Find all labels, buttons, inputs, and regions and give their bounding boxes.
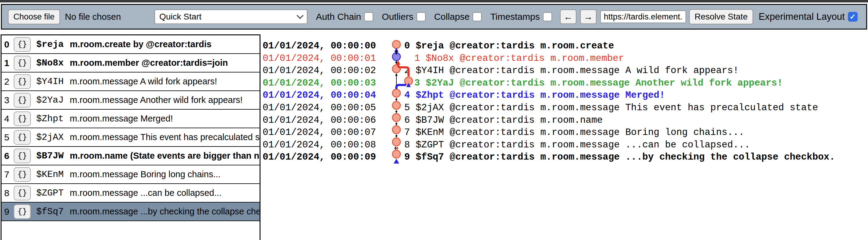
event-timestamp: 01/01/2024, 00:00:07 — [262, 126, 376, 139]
event-summary[interactable]: 5 $2jAX @creator:tardis m.room.message T… — [404, 101, 818, 114]
json-braces-button[interactable]: {} — [14, 149, 31, 163]
outliers-checkbox[interactable] — [416, 12, 426, 21]
json-braces-button[interactable]: {} — [14, 167, 31, 182]
choose-file-button[interactable]: Choose file — [8, 9, 60, 24]
event-list-row[interactable]: 6{}$B7JWm.room.name (State events are bi… — [2, 147, 259, 166]
event-list-row[interactable]: 5{}$2jAXm.room.message This event has pr… — [2, 128, 259, 147]
event-list-row[interactable]: 4{}$Zhptm.room.message Merged! — [2, 110, 259, 128]
event-timestamp: 01/01/2024, 00:00:06 — [262, 114, 376, 126]
event-timestamp: 01/01/2024, 00:00:09 — [262, 151, 376, 163]
event-id: $KEnM — [36, 169, 64, 180]
event-summary[interactable]: 4 $Zhpt @creator:tardis m.room.message M… — [404, 89, 665, 101]
event-id: $B7JW — [36, 151, 64, 161]
event-timestamp: 01/01/2024, 00:00:02 — [262, 64, 376, 77]
event-description: m.room.member @creator:tardis=join — [70, 58, 228, 68]
json-braces-button[interactable]: {} — [14, 204, 31, 219]
file-status-text: No file chosen — [65, 12, 121, 22]
event-list-row[interactable]: 1{}$No8xm.room.member @creator:tardis=jo… — [2, 54, 259, 72]
event-timestamp: 01/01/2024, 00:00:05 — [262, 101, 376, 114]
dag-arrowhead-9-8-red — [396, 147, 399, 149]
dag-edge-4-3-blue — [396, 85, 406, 89]
event-summary[interactable]: 0 $reja @creator:tardis m.room.create — [404, 39, 614, 52]
json-braces-button[interactable]: {} — [14, 186, 31, 201]
event-description: m.room.message ...can be collapsed... — [70, 188, 221, 198]
json-braces-button[interactable]: {} — [14, 37, 31, 52]
collapse-checkbox[interactable] — [472, 12, 482, 21]
event-index: 8 — [2, 188, 12, 198]
event-summary[interactable]: 8 $ZGPT @creator:tardis m.room.message .… — [404, 139, 750, 151]
json-braces-button[interactable]: {} — [14, 93, 31, 108]
event-list-row[interactable]: 8{}$ZGPTm.room.message ...can be collaps… — [2, 184, 259, 203]
dag-start-marker — [394, 159, 399, 163]
event-list-row[interactable]: 9{}$fSq7m.room.message ...by checking th… — [2, 203, 259, 221]
dag-arrowhead-8-7 — [395, 134, 398, 137]
event-index: 2 — [2, 77, 12, 87]
event-id: $2jAX — [36, 132, 64, 143]
outliers-label: Outliers — [382, 11, 413, 22]
event-list-panel: 0{}$rejam.room.create by @creator:tardis… — [1, 34, 260, 240]
event-index: 6 — [2, 151, 12, 161]
dag-node-6[interactable] — [393, 114, 400, 122]
dag-arrowhead-5-4 — [395, 98, 398, 100]
event-index: 1 — [2, 58, 12, 68]
event-description: m.room.message Boring long chains... — [70, 169, 221, 179]
event-list-row[interactable]: 3{}$2YaJm.room.message Another wild fork… — [2, 91, 259, 110]
event-timestamp: 01/01/2024, 00:00:00 — [262, 39, 376, 52]
timestamps-checkbox[interactable] — [543, 12, 552, 21]
event-timestamp: 01/01/2024, 00:00:01 — [262, 52, 376, 65]
auth-chain-label: Auth Chain — [316, 11, 361, 22]
event-summary[interactable]: 6 $B7JW @creator:tardis m.room.name — [404, 114, 602, 126]
dag-node-7[interactable] — [393, 126, 400, 134]
check-icon: ✓ — [850, 12, 856, 21]
chevron-down-icon — [297, 12, 304, 19]
event-timestamp: 01/01/2024, 00:00:03 — [262, 77, 376, 89]
event-description: m.room.message This event has precalcula… — [70, 132, 259, 142]
event-id: $ZGPT — [36, 188, 64, 198]
auth-chain-checkbox[interactable] — [364, 12, 373, 21]
event-list-row[interactable]: 0{}$rejam.room.create by @creator:tardis — [2, 35, 259, 54]
event-summary[interactable]: 9 $fSq7 @creator:tardis m.room.message .… — [404, 151, 835, 163]
event-description: m.room.create by @creator:tardis — [70, 39, 211, 49]
dag-node-4[interactable] — [393, 89, 400, 97]
arrow-left-icon: ← — [564, 11, 573, 22]
dag-node-9[interactable] — [393, 150, 400, 158]
json-braces-button[interactable]: {} — [14, 74, 31, 89]
dag-node-8[interactable] — [393, 138, 400, 146]
event-description: m.room.message Merged! — [70, 114, 173, 124]
scenario-select[interactable]: Quick Start — [154, 9, 307, 24]
event-summary[interactable]: 1 $No8x @creator:tardis m.room.member — [414, 52, 624, 65]
dag-node-0[interactable] — [393, 40, 400, 49]
event-id: $No8x — [36, 58, 64, 68]
back-button[interactable]: ← — [560, 9, 577, 24]
experimental-layout-checkbox[interactable]: ✓ — [848, 12, 858, 22]
event-index: 0 — [2, 39, 12, 50]
dag-arrowhead-4-2 — [395, 73, 398, 76]
json-braces-button[interactable]: {} — [14, 130, 31, 145]
event-description: m.room.message ...by checking the collap… — [70, 207, 259, 216]
event-index: 4 — [2, 114, 12, 124]
event-list-row[interactable]: 2{}$Y4IHm.room.message A wild fork appea… — [2, 72, 259, 91]
window-top-strip — [0, 0, 868, 2]
forward-button[interactable]: → — [580, 9, 596, 24]
event-index: 3 — [2, 95, 12, 106]
event-index: 5 — [2, 132, 12, 143]
collapse-label: Collapse — [434, 11, 470, 22]
dag-node-5[interactable] — [393, 101, 400, 109]
dag-nodes-group — [393, 40, 412, 158]
event-summary[interactable]: 2 $Y4IH @creator:tardis m.room.message A… — [404, 64, 739, 77]
event-list-row[interactable]: 7{}$KEnMm.room.message Boring long chain… — [2, 166, 259, 184]
event-description: m.room.message A wild fork appears! — [70, 77, 217, 87]
event-summary[interactable]: 7 $KEnM @creator:tardis m.room.message B… — [404, 126, 744, 139]
event-id: $2YaJ — [36, 95, 64, 106]
dag-arrowhead-7-6 — [395, 122, 398, 124]
json-braces-button[interactable]: {} — [14, 56, 31, 70]
event-summary[interactable]: 3 $2YaJ @creator:tardis m.room.message A… — [414, 77, 783, 89]
json-braces-button[interactable]: {} — [14, 112, 31, 126]
event-id: $Zhpt — [36, 114, 64, 124]
event-timestamp: 01/01/2024, 00:00:04 — [262, 89, 376, 101]
arrow-right-icon: → — [584, 11, 593, 22]
event-id: $fSq7 — [36, 207, 64, 217]
event-index: 7 — [2, 169, 12, 180]
resolve-state-button[interactable]: Resolve State — [689, 9, 753, 24]
server-url-input[interactable] — [600, 10, 686, 23]
